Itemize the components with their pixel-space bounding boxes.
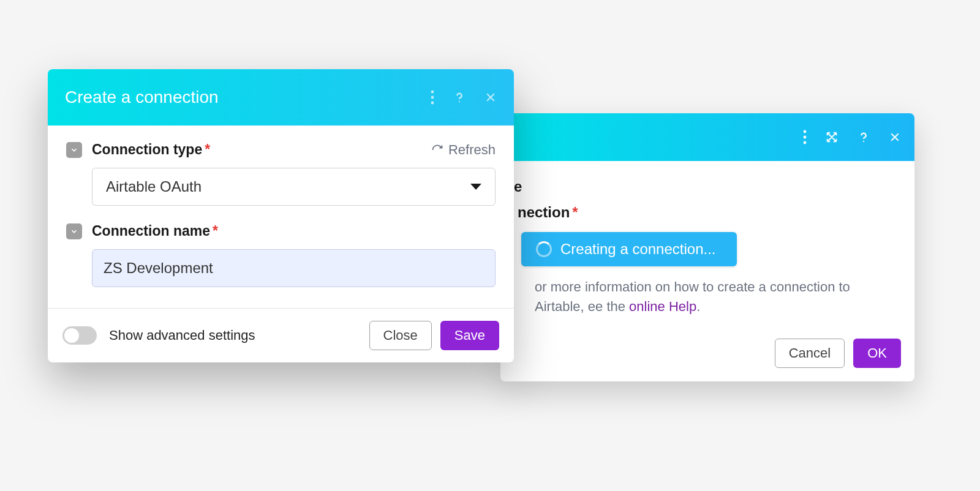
ok-button[interactable]: OK	[853, 339, 901, 368]
creating-connection-button[interactable]: Creating a connection...	[521, 232, 737, 266]
advanced-settings-label: Show advanced settings	[109, 328, 255, 343]
caret-down-icon	[470, 184, 481, 190]
advanced-settings-toggle[interactable]	[62, 326, 97, 345]
svg-point-1	[804, 136, 807, 139]
dialog-title: Create a connection	[65, 88, 219, 107]
spinner-icon	[536, 241, 552, 257]
svg-point-2	[804, 141, 807, 144]
create-connection-dialog: Create a connection Connection type*	[48, 69, 514, 362]
refresh-button[interactable]: Refresh	[431, 142, 496, 158]
online-help-link[interactable]: online Help	[629, 299, 696, 314]
help-text: or more information on how to create a c…	[518, 277, 897, 317]
more-icon[interactable]	[431, 90, 434, 105]
help-icon[interactable]	[453, 91, 466, 104]
svg-point-3	[863, 141, 864, 142]
svg-point-7	[459, 101, 460, 102]
required-marker: *	[572, 204, 578, 220]
creating-connection-label: Creating a connection...	[560, 241, 716, 258]
dialog-footer: Cancel OK	[500, 329, 914, 381]
more-icon[interactable]	[803, 130, 807, 144]
svg-point-0	[804, 130, 807, 133]
connection-type-label: Connection type*	[92, 141, 210, 158]
expand-icon[interactable]	[825, 130, 839, 144]
close-icon[interactable]	[484, 91, 497, 103]
connection-type-select[interactable]: Airtable OAuth	[92, 168, 496, 206]
watch-records-dialog: e nection* Creating a connection... or m…	[500, 113, 914, 381]
svg-point-5	[431, 96, 434, 99]
required-marker: *	[205, 141, 210, 157]
svg-point-4	[431, 91, 434, 94]
close-icon[interactable]	[889, 131, 901, 143]
refresh-label: Refresh	[448, 142, 496, 158]
connection-label: nection	[518, 204, 570, 220]
collapse-icon[interactable]	[66, 223, 82, 239]
required-marker: *	[213, 223, 218, 239]
collapse-icon[interactable]	[66, 142, 82, 158]
dialog-header	[500, 113, 914, 161]
save-button[interactable]: Save	[440, 321, 499, 350]
refresh-icon	[431, 144, 443, 156]
svg-point-6	[431, 102, 434, 105]
help-icon[interactable]	[857, 130, 870, 144]
cancel-button[interactable]: Cancel	[775, 339, 845, 368]
connection-type-value: Airtable OAuth	[106, 178, 202, 195]
dialog-header: Create a connection	[48, 69, 514, 126]
close-button[interactable]: Close	[369, 321, 432, 350]
connection-name-input[interactable]	[92, 249, 496, 287]
connection-name-label: Connection name*	[92, 223, 218, 239]
